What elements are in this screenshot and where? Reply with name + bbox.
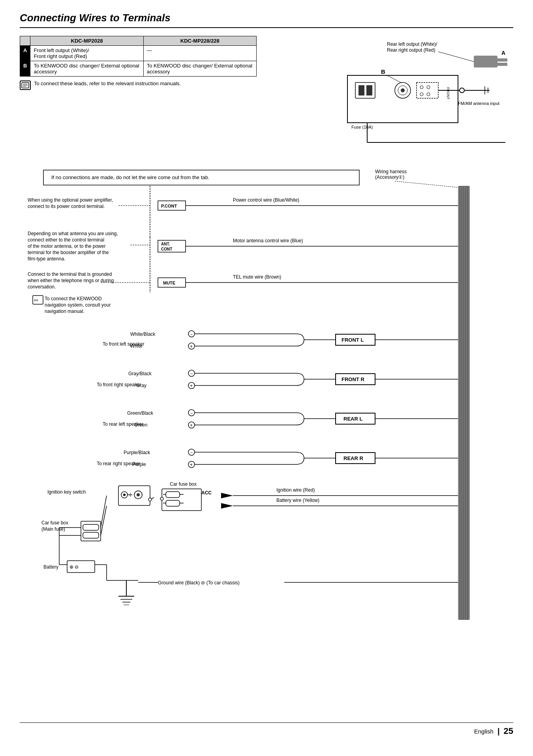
table-row-b-label: B (20, 61, 30, 77)
svg-text:FRONT  L: FRONT L (342, 337, 364, 343)
svg-line-40 (395, 181, 462, 188)
svg-text:navigation manual.: navigation manual. (45, 309, 84, 314)
table-row-a-label: A (20, 46, 30, 61)
svg-text:A: A (501, 50, 505, 56)
note1-icon (20, 80, 31, 90)
bottom-section: English | 25 (20, 722, 513, 736)
svg-text:Purple/Black: Purple/Black (124, 450, 150, 455)
svg-text:Connect to the terminal that i: Connect to the terminal that is grounded (28, 271, 112, 277)
svg-text:MUTE: MUTE (163, 281, 175, 285)
svg-text:Gray: Gray (136, 383, 146, 388)
svg-text:If no connections are made, do: If no connections are made, do not let t… (51, 174, 209, 180)
svg-text:Purple: Purple (132, 462, 146, 467)
svg-text:Gray/Black: Gray/Black (128, 371, 152, 376)
svg-text:of the motor antenna, or to th: of the motor antenna, or to the power (28, 243, 105, 249)
svg-text:Car fuse box: Car fuse box (41, 520, 68, 526)
svg-text:ANT.: ANT. (161, 242, 170, 246)
note1-box: To connect these leads, refer to the rel… (20, 80, 257, 90)
svg-text:P.CONT: P.CONT (161, 204, 177, 208)
svg-text:film-type antenna.: film-type antenna. (28, 256, 65, 262)
table-row-b-col2: To KENWOOD disc changer/ External option… (143, 61, 256, 77)
table-header-col2: KDC-MP228/228 (143, 36, 256, 46)
svg-rect-7 (474, 56, 497, 67)
svg-point-139 (137, 493, 140, 496)
table-row-a-col2: — (143, 46, 256, 61)
svg-point-25 (460, 88, 464, 93)
svg-point-149 (148, 498, 152, 501)
svg-text:Ground wire (Black) ⊖ (To car : Ground wire (Black) ⊖ (To car chassis) (158, 580, 240, 586)
svg-text:Green: Green (134, 422, 147, 428)
main-wiring-svg: If no connections are made, do not let t… (20, 166, 513, 711)
svg-marker-155 (221, 503, 233, 509)
svg-line-6 (438, 52, 474, 62)
svg-text:FM/AM antenna input: FM/AM antenna input (458, 101, 499, 106)
svg-text:Fuse (10A): Fuse (10A) (351, 125, 373, 129)
svg-rect-141 (162, 489, 201, 511)
svg-text:REAR  R: REAR R (343, 455, 363, 461)
svg-text:When using the optional power : When using the optional power amplifier, (28, 197, 113, 203)
language-label: English (474, 728, 494, 735)
svg-text:Battery wire (Yellow): Battery wire (Yellow) (276, 498, 319, 503)
svg-text:To connect the KENWOOD: To connect the KENWOOD (45, 296, 102, 301)
page-number: 25 (504, 726, 513, 736)
svg-text:REAR  L: REAR L (343, 416, 362, 422)
page-title: Connecting Wires to Terminals (20, 12, 513, 28)
svg-text:Ignition key switch: Ignition key switch (47, 489, 86, 495)
info-table: KDC-MP2028 KDC-MP228/228 A Front left ou… (20, 36, 257, 77)
svg-text:ACC: ACC (201, 490, 212, 496)
svg-point-18 (401, 88, 405, 92)
svg-rect-19 (417, 82, 438, 98)
svg-text:−: − (190, 411, 193, 415)
svg-text:−: − (190, 450, 193, 455)
svg-text:+: + (190, 383, 193, 389)
svg-text:conversation.: conversation. (28, 284, 56, 290)
svg-text:FRONT  R: FRONT R (342, 376, 364, 382)
svg-rect-15 (366, 85, 372, 95)
svg-rect-9 (497, 63, 507, 66)
top-diagram: Rear left output (White)/ Rear right out… (268, 36, 513, 162)
svg-text:Rear right output (Red): Rear right output (Red) (387, 47, 435, 53)
svg-marker-152 (221, 493, 233, 498)
svg-text:White: White (130, 343, 143, 349)
svg-text:To front right speaker: To front right speaker (97, 382, 141, 387)
svg-text:Car fuse box: Car fuse box (170, 481, 197, 487)
svg-text:Power control wire (Blue/White: Power control wire (Blue/White) (233, 197, 299, 203)
note1-text: To connect these leads, refer to the rel… (34, 80, 181, 86)
svg-text:B: B (381, 68, 385, 75)
svg-text:Wiring harness: Wiring harness (375, 169, 407, 174)
svg-text:Rear left output (White)/: Rear left output (White)/ (387, 41, 437, 47)
svg-text:−: − (190, 332, 193, 337)
table-header-col1: KDC-MP2028 (30, 36, 143, 46)
table-row-b-col1: To KENWOOD disc changer/ External option… (30, 61, 143, 77)
table-row-a-col1: Front left output (White)/Front right ou… (30, 46, 143, 61)
svg-text:⊕  ⊖: ⊕ ⊖ (69, 564, 79, 570)
svg-text:+: + (190, 423, 193, 428)
svg-text:connect either to the control : connect either to the control terminal (28, 237, 104, 243)
svg-text:connect to its power control t: connect to its power control terminal. (28, 204, 105, 209)
svg-text:≡≡: ≡≡ (34, 298, 38, 302)
svg-text:Ignition wire (Red): Ignition wire (Red) (276, 487, 315, 493)
svg-text:TEL mute wire (Brown): TEL mute wire (Brown) (233, 274, 281, 280)
svg-text:+: + (190, 462, 193, 468)
svg-point-150 (160, 497, 163, 500)
svg-rect-8 (497, 58, 507, 62)
divider: | (497, 727, 500, 736)
main-wiring-diagram: If no connections are made, do not let t… (20, 166, 513, 711)
svg-point-135 (123, 494, 126, 496)
svg-text:Battery: Battery (43, 564, 58, 570)
svg-text:FRONT: FRONT (446, 87, 450, 99)
svg-text:White/Black: White/Black (130, 331, 156, 337)
top-diagram-svg: Rear left output (White)/ Rear right out… (268, 36, 513, 154)
svg-text:Depending on what antenna you : Depending on what antenna you are using, (28, 231, 118, 236)
svg-text:−: − (190, 371, 193, 376)
svg-text:Green/Black: Green/Black (127, 410, 154, 416)
svg-text:CONT: CONT (161, 247, 172, 251)
svg-text:(Accessory①): (Accessory①) (375, 174, 404, 180)
svg-text:+: + (190, 344, 193, 349)
svg-text:Motor antenna control wire (Bl: Motor antenna control wire (Blue) (233, 238, 303, 243)
svg-text:terminal for the booster ampli: terminal for the booster amplifier of th… (28, 250, 109, 255)
svg-text:navigation system, consult you: navigation system, consult your (45, 302, 111, 308)
svg-rect-14 (358, 85, 364, 95)
svg-text:(Main fuse): (Main fuse) (41, 526, 65, 532)
